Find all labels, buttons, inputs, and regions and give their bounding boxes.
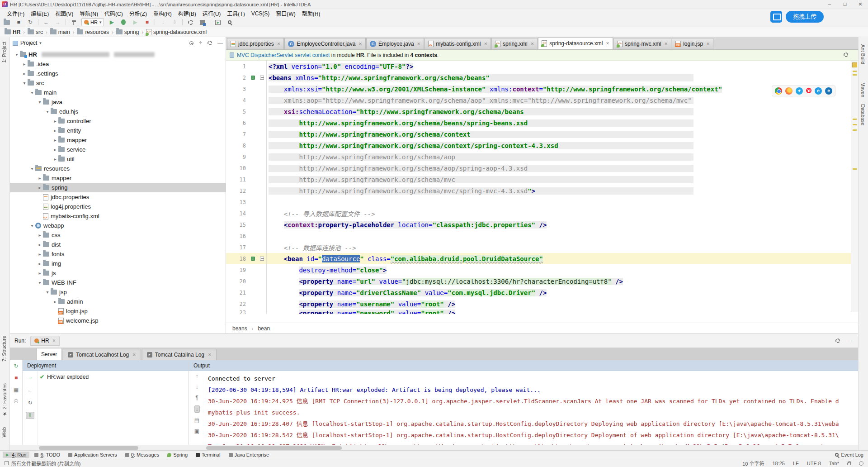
code-line[interactable]: 5 xsi:schemaLocation="http://www.springf… bbox=[226, 106, 858, 117]
code-line[interactable]: 1<?xml version="1.0" encoding="UTF-8"?> bbox=[226, 61, 858, 72]
tree-item-resources[interactable]: ▾resources bbox=[10, 164, 226, 173]
tree-item--settings[interactable]: ▸.settings bbox=[10, 69, 226, 78]
tree-item-dist[interactable]: ▸dist bbox=[10, 240, 226, 249]
close-icon[interactable]: ✕ bbox=[359, 42, 362, 46]
project-structure-icon[interactable] bbox=[198, 19, 206, 26]
minimize-button[interactable]: – bbox=[822, 0, 837, 9]
tool-strip-ant-build[interactable]: Ant Build bbox=[860, 44, 866, 64]
menu-item[interactable]: 编辑(E) bbox=[28, 10, 52, 17]
fold-marker-icon[interactable] bbox=[260, 76, 264, 80]
open-icon[interactable] bbox=[3, 19, 11, 26]
menu-item[interactable]: 运行(U) bbox=[199, 10, 224, 17]
pin-icon[interactable]: ☉ bbox=[14, 398, 19, 405]
rerun-icon[interactable]: ↻ bbox=[14, 363, 18, 369]
attach-debugger-icon[interactable]: ↓ bbox=[159, 19, 167, 26]
status-18-25[interactable]: 18:25 bbox=[772, 461, 785, 466]
menu-item[interactable]: 分析(Z) bbox=[126, 10, 150, 17]
editor-tab-spring-mvc-xml[interactable]: spring-mvc.xml✕ bbox=[613, 38, 671, 49]
tree-collapse-icon[interactable]: ▾ bbox=[37, 100, 43, 105]
breadcrumb-item[interactable]: spring bbox=[116, 29, 139, 35]
tree-expand-icon[interactable]: ▸ bbox=[52, 138, 58, 143]
toolwindow-application-servers[interactable]: Application Servers bbox=[65, 452, 120, 458]
tree-item-main[interactable]: ▾main bbox=[10, 88, 226, 97]
build-hammer-icon[interactable] bbox=[70, 19, 78, 26]
code-line[interactable]: 13 bbox=[226, 196, 858, 208]
editor-tab-employee-java[interactable]: CEmployee.java✕ bbox=[366, 38, 424, 49]
gear-icon[interactable] bbox=[208, 41, 212, 45]
run-settings-gear-icon[interactable] bbox=[835, 338, 840, 343]
next-message-icon[interactable]: ↓ bbox=[196, 384, 198, 390]
back-icon[interactable]: ← bbox=[42, 19, 50, 26]
code-line[interactable]: 12 http://www.springframework.org/schema… bbox=[226, 185, 858, 196]
code-line[interactable]: 3 xmlns:xsi="http://www.w3.org/2001/XMLS… bbox=[226, 83, 858, 95]
tree-collapse-icon[interactable]: ▾ bbox=[29, 166, 35, 171]
deploy-icon[interactable]: → bbox=[28, 374, 33, 380]
forward-icon[interactable]: → bbox=[54, 19, 62, 26]
tree-item-fonts[interactable]: ▸fonts bbox=[10, 249, 226, 259]
deploy-all-icon[interactable]: ⇩ bbox=[26, 412, 34, 419]
warnings-indicator-icon[interactable] bbox=[852, 62, 857, 67]
menu-item[interactable]: VCS(S) bbox=[248, 10, 273, 17]
print-icon[interactable]: ▤ bbox=[194, 417, 199, 424]
status-lf[interactable]: LF bbox=[793, 461, 799, 466]
toolwindow-terminal[interactable]: Terminal bbox=[193, 452, 224, 458]
tree-expand-icon[interactable]: ▸ bbox=[52, 119, 58, 124]
tree-item-spring[interactable]: ▸spring bbox=[10, 183, 226, 192]
status-10-[interactable]: 10 个字符 bbox=[742, 460, 764, 467]
run-anything-icon[interactable]: ▶ bbox=[214, 19, 222, 26]
event-log-button[interactable]: Event Log bbox=[835, 452, 868, 457]
chrome-browser-icon[interactable] bbox=[775, 87, 782, 95]
editor-breadcrumb-item[interactable]: beans bbox=[232, 325, 247, 332]
tree-expand-icon[interactable]: ▸ bbox=[37, 271, 43, 276]
debug-icon[interactable] bbox=[119, 19, 127, 26]
soft-wrap-icon[interactable]: ¶ bbox=[195, 395, 198, 401]
opera-browser-icon[interactable]: O bbox=[806, 88, 811, 93]
code-line[interactable]: 21 <property name="driverClassName" valu… bbox=[226, 287, 858, 298]
tree-item-controller[interactable]: ▸controller bbox=[10, 116, 226, 126]
editor-tab-spring-xml[interactable]: spring.xml✕ bbox=[491, 38, 538, 49]
close-icon[interactable]: ✕ bbox=[52, 338, 56, 343]
breadcrumb-item[interactable]: HR bbox=[5, 29, 20, 35]
collapse-all-icon[interactable]: ÷ bbox=[199, 40, 202, 46]
toolwindow-spring[interactable]: Spring bbox=[164, 452, 191, 458]
run-session-tab[interactable]: HR ✕ bbox=[30, 336, 60, 346]
editor-tab-jdbc-properties[interactable]: jdbc.properties✕ bbox=[227, 38, 284, 49]
editor-tab-login-jsp[interactable]: login.jsp✕ bbox=[672, 38, 713, 49]
firefox-browser-icon[interactable] bbox=[785, 87, 793, 95]
menu-item[interactable]: 构建(B) bbox=[175, 10, 199, 17]
close-icon[interactable]: ✕ bbox=[606, 41, 609, 46]
maximize-button[interactable]: □ bbox=[837, 0, 853, 9]
editor-tab-spring-datasource-xml[interactable]: spring-datasource.xml✕ bbox=[538, 37, 613, 49]
servlet-context-link[interactable]: MVC DispatcherServlet servlet context bbox=[237, 52, 330, 58]
code-line[interactable]: 6 http://www.springframework.org/schema/… bbox=[226, 117, 858, 129]
safari-browser-icon[interactable]: ⌖ bbox=[796, 87, 803, 95]
edge-browser-icon[interactable]: e bbox=[815, 87, 822, 95]
hide-run-panel-icon[interactable]: — bbox=[846, 338, 852, 344]
scroll-to-end-icon[interactable]: ↓ bbox=[194, 405, 200, 413]
tree-item-js[interactable]: ▸js bbox=[10, 268, 226, 278]
tree-item-css[interactable]: ▸css bbox=[10, 230, 226, 240]
editor-breadcrumb-item[interactable]: bean bbox=[258, 325, 270, 332]
close-icon[interactable]: ✕ bbox=[417, 42, 421, 46]
layout-icon[interactable]: ▦ bbox=[14, 386, 19, 393]
tree-item-mapper[interactable]: ▸mapper bbox=[10, 173, 226, 183]
breadcrumb-item[interactable]: main bbox=[50, 29, 70, 35]
breadcrumb-item[interactable]: resources bbox=[77, 29, 109, 35]
drag-upload-badge[interactable]: 拖拽上传 bbox=[786, 11, 824, 23]
sync-icon[interactable]: ↻ bbox=[26, 19, 34, 26]
tree-item-service[interactable]: ▸service bbox=[10, 145, 226, 154]
status-tab-[interactable]: Tab* bbox=[829, 461, 839, 466]
tool-strip-web[interactable]: Web bbox=[1, 427, 7, 437]
tree-item-mybatis-config-xml[interactable]: mybatis-config.xml bbox=[10, 211, 226, 221]
close-icon[interactable]: ✕ bbox=[531, 42, 534, 46]
prev-message-icon[interactable]: ↑ bbox=[196, 373, 198, 379]
tree-item-java[interactable]: ▾java bbox=[10, 97, 226, 107]
tree-collapse-icon[interactable]: ▾ bbox=[14, 52, 20, 57]
code-line[interactable]: 2<beans xmlns="http://www.springframewor… bbox=[226, 72, 858, 83]
tree-item-welcome-jsp[interactable]: welcome.jsp bbox=[10, 316, 226, 325]
tree-expand-icon[interactable]: ▸ bbox=[52, 128, 58, 133]
tree-collapse-icon[interactable]: ▾ bbox=[29, 90, 35, 95]
tool-strip-project[interactable]: 1: Project bbox=[1, 42, 7, 62]
tree-expand-icon[interactable]: ▸ bbox=[52, 299, 58, 304]
code-line[interactable]: 10 http://www.springframework.org/schema… bbox=[226, 162, 858, 174]
